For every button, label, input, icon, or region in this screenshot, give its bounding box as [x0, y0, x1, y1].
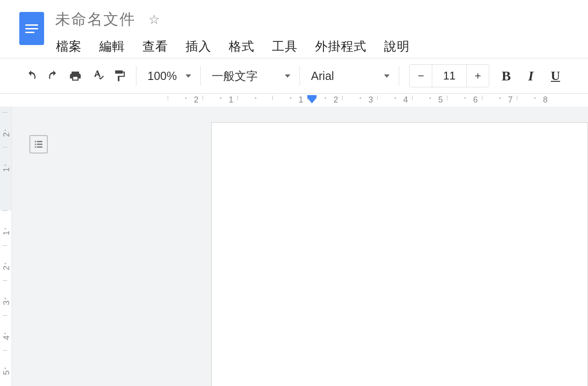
- docs-logo[interactable]: [19, 12, 44, 45]
- print-icon: [69, 69, 82, 82]
- separator: [200, 66, 201, 85]
- document-page[interactable]: [211, 122, 588, 386]
- ruler-tick: 1: [0, 147, 12, 182]
- ruler-tick: 6: [447, 94, 482, 107]
- ruler-tick: 1: [203, 94, 237, 107]
- ruler-tick: 4: [0, 315, 12, 350]
- toolbar: 100% 一般文字 Arial − + B I U: [0, 58, 588, 94]
- zoom-select[interactable]: 100%: [142, 65, 195, 87]
- ruler-tick: 1: [272, 94, 307, 107]
- undo-button[interactable]: [20, 65, 42, 87]
- menu-view[interactable]: 查看: [141, 36, 169, 57]
- outline-button[interactable]: [29, 135, 48, 153]
- font-size-increase-button[interactable]: +: [467, 65, 489, 87]
- ruler-tick: 3: [342, 94, 377, 107]
- chevron-down-icon: [384, 74, 390, 78]
- ruler-tick: [237, 94, 272, 107]
- svg-rect-3: [37, 144, 42, 145]
- svg-rect-2: [35, 144, 36, 145]
- menu-format[interactable]: 格式: [228, 36, 255, 57]
- svg-rect-5: [37, 147, 42, 148]
- font-value: Arial: [311, 69, 334, 83]
- docs-logo-icon: [25, 24, 38, 33]
- print-button[interactable]: [64, 65, 86, 87]
- ruler-tick: 4: [377, 94, 412, 107]
- separator: [136, 66, 136, 85]
- separator: [399, 66, 399, 85]
- ruler-tick: 5: [412, 94, 447, 107]
- svg-rect-1: [37, 141, 42, 142]
- bold-button[interactable]: B: [496, 65, 517, 87]
- header-content: 未命名文件 ☆ 檔案 編輯 查看 插入 格式 工具 外掛程式 說明: [55, 5, 588, 57]
- paint-format-icon: [113, 69, 126, 82]
- font-size-input[interactable]: [432, 65, 467, 87]
- style-value: 一般文字: [212, 68, 258, 84]
- font-size-group: − +: [409, 64, 489, 87]
- undo-icon: [25, 69, 38, 82]
- menubar: 檔案 編輯 查看 插入 格式 工具 外掛程式 說明: [55, 36, 588, 57]
- horizontal-ruler[interactable]: 2112345678: [12, 94, 588, 107]
- menu-insert[interactable]: 插入: [185, 36, 212, 57]
- ruler-tick: 1: [0, 210, 12, 245]
- workspace: 2112345: [0, 107, 588, 386]
- ruler-tick: 2: [0, 112, 12, 147]
- header: 未命名文件 ☆ 檔案 編輯 查看 插入 格式 工具 外掛程式 說明: [0, 0, 588, 58]
- chevron-down-icon: [186, 74, 191, 78]
- paint-format-button[interactable]: [108, 65, 130, 87]
- ruler-tick: 2: [168, 94, 203, 107]
- menu-addons[interactable]: 外掛程式: [314, 36, 368, 57]
- redo-icon: [47, 69, 60, 82]
- zoom-value: 100%: [147, 69, 177, 83]
- ruler-tick: 5: [0, 350, 12, 385]
- menu-edit[interactable]: 編輯: [98, 36, 126, 57]
- spellcheck-button[interactable]: [86, 65, 108, 87]
- chevron-down-icon: [285, 74, 290, 78]
- italic-button[interactable]: I: [520, 65, 542, 87]
- redo-button[interactable]: [42, 65, 64, 87]
- svg-rect-4: [35, 147, 36, 148]
- font-size-decrease-button[interactable]: −: [410, 65, 432, 87]
- spellcheck-icon: [91, 69, 104, 82]
- separator: [300, 66, 300, 85]
- document-area: [12, 107, 588, 386]
- menu-help[interactable]: 說明: [383, 36, 411, 57]
- vertical-ruler[interactable]: 2112345: [0, 107, 12, 386]
- title-row: 未命名文件 ☆: [55, 9, 588, 30]
- menu-tools[interactable]: 工具: [271, 36, 299, 57]
- underline-button[interactable]: U: [545, 65, 566, 87]
- svg-rect-0: [35, 141, 36, 142]
- ruler-tick: 7: [482, 94, 517, 107]
- indent-marker-icon[interactable]: [307, 98, 317, 103]
- font-family-select[interactable]: Arial: [305, 65, 393, 87]
- ruler-tick: 2: [0, 245, 12, 280]
- document-title[interactable]: 未命名文件: [55, 9, 136, 30]
- star-icon[interactable]: ☆: [148, 12, 160, 27]
- paragraph-style-select[interactable]: 一般文字: [206, 65, 294, 87]
- menu-file[interactable]: 檔案: [55, 36, 83, 57]
- outline-icon: [34, 139, 44, 149]
- ruler-tick: 3: [0, 280, 12, 315]
- ruler-tick: 8: [517, 94, 552, 107]
